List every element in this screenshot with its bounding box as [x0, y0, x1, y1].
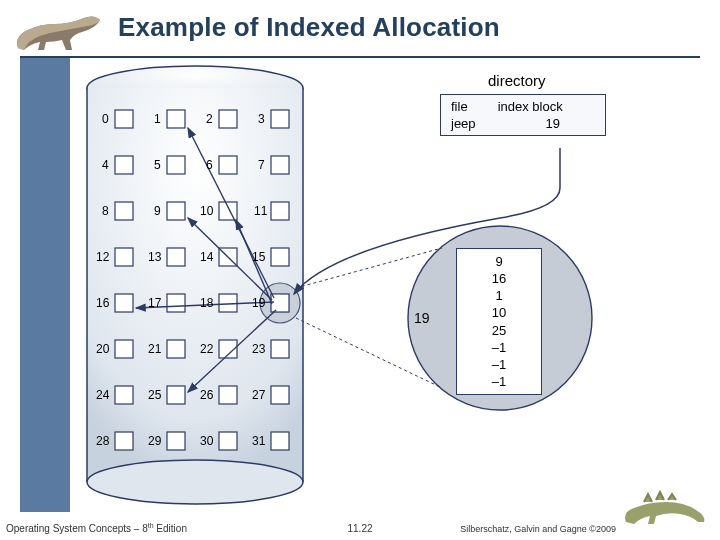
svg-rect-15 — [219, 202, 237, 220]
block-label: 30 — [200, 434, 213, 448]
block-label: 1 — [154, 112, 161, 126]
dino-left-icon — [10, 6, 110, 56]
svg-rect-26 — [167, 340, 185, 358]
block-label: 3 — [258, 112, 265, 126]
index-entry: 1 — [457, 287, 541, 304]
block-label: 2 — [206, 112, 213, 126]
directory-box: file index block jeep 19 — [440, 94, 606, 136]
block-label: 17 — [148, 296, 161, 310]
footer-left-a: Operating System Concepts – 8 — [6, 523, 148, 534]
svg-rect-11 — [219, 156, 237, 174]
slide-title: Example of Indexed Allocation — [118, 12, 500, 43]
svg-rect-21 — [115, 294, 133, 312]
block-label: 29 — [148, 434, 161, 448]
slide-sidebar — [20, 58, 70, 512]
svg-rect-17 — [115, 248, 133, 266]
block-label: 6 — [206, 158, 213, 172]
block-label: 7 — [258, 158, 265, 172]
directory-index-value: 19 — [546, 116, 560, 131]
svg-rect-8 — [271, 110, 289, 128]
index-block-contents: 9 16 1 10 25 –1 –1 –1 — [456, 248, 542, 395]
svg-rect-13 — [115, 202, 133, 220]
block-label: 4 — [102, 158, 109, 172]
footer-left-b: Edition — [154, 523, 187, 534]
index-entry: –1 — [457, 339, 541, 356]
block-label: 10 — [200, 204, 213, 218]
index-entry: 9 — [457, 253, 541, 270]
block-label: 5 — [154, 158, 161, 172]
block-label: 9 — [154, 204, 161, 218]
svg-rect-5 — [115, 110, 133, 128]
block-label: 8 — [102, 204, 109, 218]
svg-rect-35 — [219, 432, 237, 450]
directory-file-name: jeep — [451, 116, 476, 131]
block-label: 12 — [96, 250, 109, 264]
block-label: 19 — [252, 296, 265, 310]
svg-rect-29 — [115, 386, 133, 404]
svg-rect-6 — [167, 110, 185, 128]
block-label: 16 — [96, 296, 109, 310]
svg-rect-32 — [271, 386, 289, 404]
block-label: 24 — [96, 388, 109, 402]
svg-rect-12 — [271, 156, 289, 174]
svg-point-4 — [87, 460, 303, 504]
index-entry: 16 — [457, 270, 541, 287]
svg-rect-18 — [167, 248, 185, 266]
block-label: 21 — [148, 342, 161, 356]
block-label: 0 — [102, 112, 109, 126]
svg-rect-10 — [167, 156, 185, 174]
svg-rect-34 — [167, 432, 185, 450]
directory-header-file: file — [451, 99, 468, 114]
diagram-stage: 0 1 2 3 4 5 6 7 8 9 10 11 12 13 14 15 16… — [70, 58, 700, 512]
block-label: 25 — [148, 388, 161, 402]
footer-page-number: 11.22 — [347, 523, 372, 534]
footer-left: Operating System Concepts – 8th Edition — [6, 522, 187, 534]
slide-footer: Operating System Concepts – 8th Edition … — [0, 516, 720, 536]
svg-rect-36 — [271, 432, 289, 450]
block-label: 13 — [148, 250, 161, 264]
svg-rect-22 — [167, 294, 185, 312]
block-label: 31 — [252, 434, 265, 448]
block-label: 18 — [200, 296, 213, 310]
block-label: 28 — [96, 434, 109, 448]
block-label: 22 — [200, 342, 213, 356]
block-label: 14 — [200, 250, 213, 264]
index-entry: 25 — [457, 322, 541, 339]
index-entry: –1 — [457, 356, 541, 373]
block-label: 27 — [252, 388, 265, 402]
block-label: 20 — [96, 342, 109, 356]
svg-rect-16 — [271, 202, 289, 220]
svg-rect-31 — [219, 386, 237, 404]
directory-header-index: index block — [498, 99, 563, 114]
svg-rect-9 — [115, 156, 133, 174]
block-label: 26 — [200, 388, 213, 402]
index-entry: –1 — [457, 373, 541, 390]
block-label: 15 — [252, 250, 265, 264]
index-entry: 10 — [457, 304, 541, 321]
index-block-number: 19 — [414, 310, 430, 326]
footer-copyright: Silberschatz, Galvin and Gagne ©2009 — [460, 524, 616, 534]
svg-rect-33 — [115, 432, 133, 450]
block-label: 11 — [254, 204, 267, 218]
svg-rect-25 — [115, 340, 133, 358]
svg-rect-7 — [219, 110, 237, 128]
svg-rect-14 — [167, 202, 185, 220]
block-label: 23 — [252, 342, 265, 356]
svg-rect-30 — [167, 386, 185, 404]
svg-rect-23 — [219, 294, 237, 312]
svg-rect-28 — [271, 340, 289, 358]
svg-rect-20 — [271, 248, 289, 266]
directory-label: directory — [488, 72, 546, 89]
